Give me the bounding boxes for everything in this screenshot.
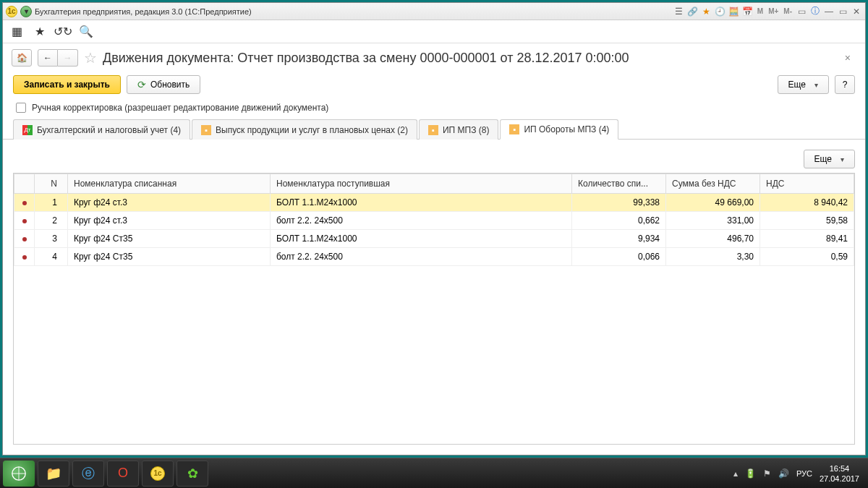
tab-ip-turnover-icon: ▪ [509, 124, 519, 134]
col-marker[interactable] [14, 174, 35, 194]
tb-mem-mm[interactable]: M- [782, 6, 793, 17]
tab-accounting-label: Бухгалтерский и налоговый учет (4) [37, 125, 181, 135]
save-close-button[interactable]: Записать и закрыть [13, 75, 121, 94]
refresh-button[interactable]: Обновить [127, 75, 200, 94]
tab-content: Еще N Номенклатура списанная Номенклатур… [3, 140, 865, 455]
col-n[interactable]: N [35, 174, 68, 194]
col-qty[interactable]: Количество спи... [572, 174, 666, 194]
row-n: 1 [35, 194, 68, 212]
tb-close-icon[interactable]: ✕ [851, 6, 862, 17]
taskbar: 📁 ⓔ O 1c ✿ ▴ 🔋 ⚑ 🔊 РУС 16:54 27.04.2017 [0, 458, 868, 488]
col-vat[interactable]: НДС [760, 174, 854, 194]
manual-edit-label: Ручная корректировка (разрешает редактир… [32, 103, 328, 113]
table-row[interactable]: 2Круг ф24 ст.3болт 2.2. 24х5000,662331,0… [14, 212, 854, 230]
row-marker [14, 194, 35, 212]
col-nom-out[interactable]: Номенклатура списанная [68, 174, 271, 194]
task-icq[interactable]: ✿ [176, 461, 208, 487]
history-icon[interactable]: ↺↻ [55, 24, 71, 40]
row-sum: 49 669,00 [666, 194, 760, 212]
row-nom-out: Круг ф24 Ст35 [68, 230, 271, 248]
tray-lang[interactable]: РУС [796, 469, 812, 478]
row-sum: 331,00 [666, 212, 760, 230]
app-icon-1c: 1c [6, 6, 17, 17]
row-qty: 9,934 [572, 230, 666, 248]
row-nom-in: БОЛТ 1.1.М24х1000 [271, 230, 572, 248]
tab-accounting[interactable]: Дт Бухгалтерский и налоговый учет (4) [13, 119, 190, 140]
manual-edit-checkbox[interactable] [16, 103, 26, 113]
row-marker [14, 248, 35, 266]
task-ie[interactable]: ⓔ [72, 461, 104, 487]
tab-output[interactable]: ▪ Выпуск продукции и услуг в плановых це… [192, 119, 417, 140]
page-star-icon[interactable]: ☆ [84, 49, 97, 67]
refresh-label: Обновить [150, 80, 190, 90]
tabs: Дт Бухгалтерский и налоговый учет (4) ▪ … [3, 119, 865, 140]
col-sum[interactable]: Сумма без НДС [666, 174, 760, 194]
table-row[interactable]: 3Круг ф24 Ст35БОЛТ 1.1.М24х10009,934496,… [14, 230, 854, 248]
tray-volume-icon[interactable]: 🔊 [778, 468, 789, 479]
window-title: Бухгалтерия предприятия, редакция 3.0 (1… [35, 7, 252, 16]
tb-mem-m[interactable]: M [756, 6, 765, 17]
window-titlebar: 1c ▾ Бухгалтерия предприятия, редакция 3… [3, 3, 865, 20]
page-header: 🏠 ← → ☆ Движения документа: Отчет произв… [3, 43, 865, 72]
tb-minimize-icon[interactable]: — [823, 6, 835, 17]
tb-calendar-icon[interactable]: 📅 [742, 6, 754, 17]
tray-clock[interactable]: 16:54 27.04.2017 [820, 463, 859, 484]
nav-buttons: ← → [38, 49, 78, 67]
row-marker [14, 212, 35, 230]
main-toolbar: ▦ ★ ↺↻ 🔍 [3, 20, 865, 43]
task-opera[interactable]: O [107, 461, 139, 487]
page-title: Движения документа: Отчет производства з… [103, 51, 629, 66]
row-nom-out: Круг ф24 ст.3 [68, 212, 271, 230]
data-table-wrap: N Номенклатура списанная Номенклатура по… [13, 173, 855, 445]
tray-battery-icon[interactable]: 🔋 [745, 468, 756, 479]
tab-ip-mpz-icon: ▪ [428, 125, 438, 135]
task-explorer[interactable]: 📁 [38, 461, 69, 487]
tray-flag-icon[interactable]: ⚑ [763, 468, 771, 479]
tb-star-icon[interactable]: ★ [701, 6, 712, 17]
start-button[interactable] [3, 461, 35, 487]
row-nom-out: Круг ф24 Ст35 [68, 248, 271, 266]
task-1c[interactable]: 1c [142, 461, 174, 487]
search-icon[interactable]: 🔍 [78, 24, 94, 40]
row-marker [14, 230, 35, 248]
tb-calc-icon[interactable]: 🧮 [728, 6, 740, 17]
table-header-row: N Номенклатура списанная Номенклатура по… [14, 174, 854, 194]
app-menu-icon[interactable]: ▾ [20, 6, 32, 17]
tray-up-icon[interactable]: ▴ [733, 468, 738, 479]
row-vat: 0,59 [760, 248, 854, 266]
tb-icon-1[interactable]: ☰ [673, 6, 685, 17]
tab-ip-turnover[interactable]: ▪ ИП Обороты МПЗ (4) [500, 119, 618, 140]
tab-ip-mpz[interactable]: ▪ ИП МПЗ (8) [419, 119, 498, 140]
tray-time: 16:54 [820, 463, 859, 474]
nav-forward-button[interactable]: → [58, 49, 78, 67]
row-vat: 89,41 [760, 230, 854, 248]
tb-maximize-icon[interactable]: ▭ [837, 6, 848, 17]
tb-mem-mp[interactable]: M+ [767, 6, 780, 17]
table-row[interactable]: 1Круг ф24 ст.3БОЛТ 1.1.М24х100099,33849 … [14, 194, 854, 212]
col-nom-in[interactable]: Номенклатура поступившая [271, 174, 572, 194]
tab-accounting-icon: Дт [22, 125, 33, 135]
table-row[interactable]: 4Круг ф24 Ст35болт 2.2. 24х5000,0663,300… [14, 248, 854, 266]
manual-edit-row: Ручная корректировка (разрешает редактир… [3, 97, 865, 119]
favorites-icon[interactable]: ★ [32, 24, 48, 40]
apps-icon[interactable]: ▦ [9, 24, 25, 40]
tb-clock-icon[interactable]: 🕘 [715, 6, 726, 17]
table-more-button[interactable]: Еще [804, 150, 855, 168]
more-button[interactable]: Еще [778, 75, 829, 94]
tb-icon-2[interactable]: 🔗 [687, 6, 699, 17]
row-n: 4 [35, 248, 68, 266]
row-vat: 8 940,42 [760, 194, 854, 212]
action-bar: Записать и закрыть Обновить Еще ? [3, 72, 865, 97]
tab-ip-mpz-label: ИП МПЗ (8) [443, 125, 489, 135]
tb-doc-icon[interactable]: ▭ [796, 6, 807, 17]
row-nom-out: Круг ф24 ст.3 [68, 194, 271, 212]
row-qty: 0,066 [572, 248, 666, 266]
row-nom-in: болт 2.2. 24х500 [271, 248, 572, 266]
page-close-icon[interactable]: × [839, 52, 856, 64]
tb-info-icon[interactable]: ⓘ [809, 6, 821, 17]
row-vat: 59,58 [760, 212, 854, 230]
row-sum: 3,30 [666, 248, 760, 266]
home-button[interactable]: 🏠 [12, 49, 32, 67]
help-button[interactable]: ? [835, 75, 855, 94]
nav-back-button[interactable]: ← [38, 49, 58, 67]
